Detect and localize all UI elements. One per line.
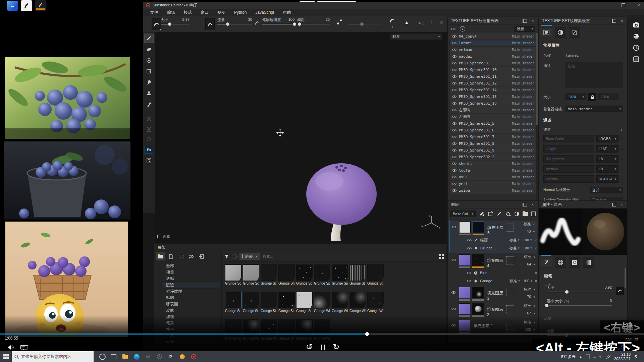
brush-alpha-chip[interactable]: ▾ [152,18,161,30]
shelf-hide-button[interactable] [187,252,195,260]
tab-stencil[interactable] [569,257,580,268]
camera-render-button[interactable] [632,20,641,29]
normal-mix-dropdown[interactable]: 合并 ▾ [590,187,623,193]
flow-slider[interactable]: 流量 30 [217,17,252,26]
add-fill-layer-icon[interactable] [505,211,511,217]
effect-blend[interactable]: 标准 [509,279,517,284]
visibility-eye-icon[interactable] [452,88,457,92]
channel-dropdown[interactable]: Base Col ▾ [450,210,476,217]
add-channel-icon[interactable]: + [620,127,623,132]
shader-link-label[interactable]: Main shader [512,142,534,145]
shader-link-label[interactable]: Main shader [512,169,534,172]
effect-blend[interactable]: 标准 [509,238,517,243]
remove-effect-icon[interactable]: × [535,238,537,242]
shelf-asset[interactable]: Grunge Wi [350,292,366,316]
visibility-eye-icon[interactable] [452,135,457,139]
viewport-3d[interactable]: 材质 ▾ [155,32,447,243]
visibility-eye-icon[interactable] [452,81,457,85]
remove-channel-icon[interactable]: − [621,166,623,172]
shelf-asset[interactable]: Grunge Wi [296,319,313,344]
menu-item[interactable]: 视图 [213,10,230,15]
opacity-dropdown[interactable]: 67 ▾ [516,311,535,315]
app-button-w[interactable]: W [144,353,152,361]
shelf-asset[interactable]: Grunge Sc [243,264,260,289]
symmetry-icon[interactable]: ▲ [404,19,409,25]
channel-name-field[interactable]: Normal [543,175,594,183]
scrollbar-thumb[interactable] [625,268,626,288]
channel-name-field[interactable]: Metallic [543,165,594,173]
shelf-category[interactable]: 笔刷 [163,320,219,326]
shader-link-label[interactable]: Main shader [512,155,534,159]
shelf-asset[interactable]: Grunge St [243,292,260,316]
projection-tool-button[interactable] [144,56,154,65]
clock-app-button[interactable] [155,353,163,361]
shader-link-label[interactable]: Main shader [512,35,534,38]
touch-keyboard-icon[interactable] [634,354,639,359]
stencil-box[interactable] [506,256,514,264]
name-value[interactable]: lanmei [566,53,579,58]
shelf-asset[interactable]: Grunge Sp [332,264,348,289]
remove-effect-icon[interactable]: × [535,271,537,275]
paint-tool-button[interactable] [144,34,154,43]
shader-link-label[interactable]: Main shader [512,122,534,125]
layer-eye-icon[interactable] [451,225,457,229]
video-progress-track[interactable] [0,334,644,335]
opacity-dropdown[interactable]: 64 ▾ [516,262,535,266]
menu-item[interactable]: 文件 [146,10,163,15]
effect-opacity[interactable]: 100 [523,238,529,242]
shelf-asset[interactable]: Grunge St [225,292,242,316]
shader-link-label[interactable]: Main shader [512,55,534,58]
material-picker-tool-button[interactable] [144,100,154,109]
shelf-asset[interactable]: Grunge St [278,292,295,316]
float-panel-icon[interactable] [611,202,616,207]
blend-mode-dropdown[interactable]: 标准 ▾ [516,254,535,259]
app-icon-back-gem[interactable]: ← [7,1,18,11]
size-height-field[interactable]: 1024 [598,94,619,100]
shelf-asset[interactable]: Grunge Wi [225,319,242,344]
visibility-eye-icon[interactable] [452,148,457,153]
remove-channel-icon[interactable]: − [621,156,623,162]
shelf-asset[interactable]: Grunge St [350,264,366,289]
layer-eye-icon[interactable] [451,290,456,295]
texture-set-row[interactable]: PM3D_Sphere3D1_5 Main shader [450,120,536,127]
recorder-app-button[interactable] [190,353,198,361]
effect-eye-icon[interactable] [467,279,472,283]
shelf-category[interactable]: 程序纹理 [163,288,219,295]
texture-set-row[interactable]: PM3D_Sphere3D1_9 Main shader [450,147,536,154]
shelf-asset[interactable]: Grunge Sc [225,264,242,289]
stencil-box[interactable] [506,322,514,330]
shelf-category[interactable]: 滤镜 [163,314,219,320]
shelf-asset[interactable]: Grunge St [367,264,384,289]
search-tag[interactable]: 脏迹 × [239,253,260,260]
app-button-orange[interactable] [178,353,186,361]
shelf-category[interactable]: 硬表面 [163,301,219,307]
texture-set-row[interactable]: PM3D_Sphere3D1_12 Main shader [450,80,536,86]
layer-mask-thumb[interactable] [472,287,484,298]
rewind-10-button[interactable]: ↺ 10 [306,343,315,352]
texture-set-row[interactable]: meimao Main shader [450,47,536,53]
effect-blend[interactable]: 标准 [509,246,517,251]
shelf-asset[interactable]: Grunge Sh [278,264,295,289]
lock-ratio-button[interactable] [588,93,596,101]
shelf-asset[interactable]: Grunge Wi [243,319,260,344]
taskbar-search-box[interactable]: 在这里输入你要搜索的内容 [12,351,94,362]
network-icon[interactable]: ☁ [592,355,596,359]
layer-eye-icon[interactable] [451,258,456,262]
close-panel-icon[interactable]: × [619,18,625,23]
layer-content-thumb[interactable] [459,287,470,298]
texture-set-row[interactable]: yezi Main shader [450,181,536,187]
add-group-icon[interactable] [514,211,520,217]
menu-item[interactable]: JavaScript [251,10,278,15]
solo-icon[interactable]: 1 [460,26,465,32]
add-effect-icon[interactable] [479,211,484,217]
effect-eye-icon[interactable] [467,238,472,242]
resources-updater-button[interactable] [144,157,154,165]
shader-link-label[interactable]: Main shader [512,61,534,65]
visibility-eye-icon[interactable] [452,168,457,173]
size-dropdown[interactable]: 1024 ▾ [566,94,586,100]
shelf-asset[interactable]: Grunge St [261,292,277,316]
tab-general-settings[interactable] [541,27,552,38]
tab-material[interactable] [583,257,594,268]
spacing-slider[interactable]: 间距 20 [297,17,330,26]
texture-set-row[interactable]: naodai Main shader [450,53,536,60]
